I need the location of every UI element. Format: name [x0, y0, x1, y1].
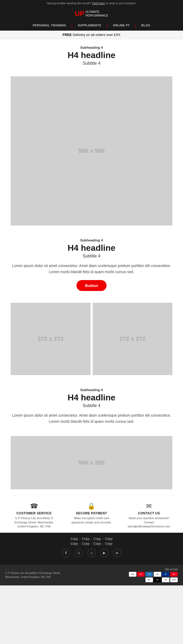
- footer-icon-0-text: U P Fitness Ltd, Acresfield, 8 Exchange …: [10, 516, 58, 528]
- section3-image: 560 x 200: [11, 436, 172, 489]
- lock-icon: 🔒: [67, 502, 115, 510]
- nav-personal-training[interactable]: PERSONAL TRAINING: [33, 24, 66, 28]
- nav-blog[interactable]: BLOG: [141, 24, 150, 28]
- section2-img1: 272 x 272: [11, 303, 91, 375]
- payment-ae: AE: [145, 572, 153, 577]
- free-label: FREE: [63, 33, 72, 37]
- payment-mc1: MC: [137, 572, 145, 577]
- facebook-icon[interactable]: f: [62, 549, 70, 557]
- bottom-bar: U P Fitness Ltd, Acresfield, 8 Exchange …: [0, 565, 183, 585]
- footer-icon-1: 🔒 SECURE PAYMENT Make encrypted credit c…: [67, 502, 115, 528]
- logo: UP ULTIMATEPERFORMANCE: [75, 10, 108, 18]
- we-accept-label: We accept: [124, 568, 178, 571]
- footer-links-row-2: Copy | Copy | Copy | Copy: [5, 542, 178, 545]
- section1-image: 560 x 560: [11, 76, 172, 225]
- section-2: Subheading 4 H4 headline Subtitle 4 Lore…: [0, 232, 183, 303]
- mail-icon: ✉: [125, 502, 173, 510]
- section3-image-container: 560 x 200: [0, 436, 183, 496]
- section2-body: Lorem ipsum dolor sit amet consectetur. …: [11, 263, 172, 275]
- section1-headline: H4 headline: [11, 51, 172, 60]
- section2-button[interactable]: Button: [76, 280, 106, 291]
- payment-visa2: VISA: [170, 577, 178, 582]
- linkedin-icon[interactable]: in: [113, 549, 121, 557]
- footer-link-2-4[interactable]: Copy: [105, 542, 112, 545]
- footer-link-2-3[interactable]: Copy: [93, 542, 101, 545]
- footer-icon-1-text: Make encrypted credit card payments simp…: [67, 516, 115, 524]
- payment-pp: PP: [162, 572, 169, 577]
- header: UP ULTIMATEPERFORMANCE: [0, 6, 183, 21]
- footer-link-1-4[interactable]: Copy: [105, 537, 112, 541]
- phone-icon: ☎: [10, 502, 58, 510]
- footer-link-2-1[interactable]: Copy: [71, 542, 78, 545]
- twitter-icon[interactable]: 𝕏: [75, 549, 83, 557]
- social-icons: f 𝕏 ◻ ▶ in: [5, 549, 178, 557]
- footer-icon-2-title: CONTACT US: [125, 511, 173, 515]
- section3-body: Lorem ipsum dolor sit amet consectetur. …: [11, 412, 172, 424]
- section1-subheading: Subheading 4: [11, 46, 172, 50]
- payment-mc3: MC: [145, 577, 153, 582]
- payment-ap: AP: [154, 577, 161, 582]
- topbar-suffix: to view in your browser.: [106, 2, 136, 5]
- footer-icon-2: ✉ CONTACT US Need your question answered…: [125, 502, 173, 528]
- footer-link-1-3[interactable]: Copy: [93, 537, 101, 541]
- free-text: Delivery on all orders over £XX: [72, 33, 120, 37]
- payment-dc: DC: [154, 572, 161, 577]
- footer-icon-1-title: SECURE PAYMENT: [67, 511, 115, 515]
- footer-links-row-1: Copy | Copy | Copy | Copy: [5, 537, 178, 541]
- nav-sep2: |: [107, 24, 108, 28]
- nav: PERSONAL TRAINING | SUPPLEMENTS | ONLINE…: [0, 21, 183, 31]
- section3-subtitle: Subtitle 4: [11, 403, 172, 408]
- footer-icon-0-title: CUSTOMER SERVICE: [10, 511, 58, 515]
- free-delivery-bar: FREE Delivery on all orders over £XX: [0, 31, 183, 39]
- section3-subheading: Subheading 4: [11, 388, 172, 392]
- section2-subtitle: Subtitle 4: [11, 254, 172, 259]
- section2-img1-container: 272 x 272: [11, 303, 91, 375]
- footer-link-1-1[interactable]: Copy: [71, 537, 78, 541]
- section2-subheading: Subheading 4: [11, 238, 172, 242]
- payment-area: We accept VISA MC AE DC PP MC MC AP: [124, 568, 178, 582]
- nav-sep1: |: [71, 24, 72, 28]
- topbar-message: Having trouble viewing this email?: [47, 2, 91, 5]
- nav-sep3: |: [135, 24, 136, 28]
- nav-supplements[interactable]: SUPPLEMENTS: [78, 24, 101, 28]
- top-bar: Having trouble viewing this email? Click…: [0, 0, 183, 6]
- footer-icon-0: ☎ CUSTOMER SERVICE U P Fitness Ltd, Acre…: [10, 502, 58, 528]
- logo-up: UP: [75, 10, 84, 18]
- section-3: Subheading 4 H4 headline Subtitle 4 Lore…: [0, 382, 183, 436]
- footer-icons-row: ☎ CUSTOMER SERVICE U P Fitness Ltd, Acre…: [0, 496, 183, 533]
- section1-image-container: 560 x 560: [0, 76, 183, 232]
- bottom-address: U P Fitness Ltd, Acresfield, 8 Exchange …: [5, 571, 64, 579]
- section1-subtitle: Subtitle 4: [11, 61, 172, 66]
- section2-img2: 272 x 272: [93, 303, 173, 375]
- footer-link-2-2[interactable]: Copy: [82, 542, 90, 545]
- payment-icons: VISA MC AE DC PP MC MC AP GP: [124, 572, 178, 582]
- section-1: Subheading 4 H4 headline Subtitle 4: [0, 39, 183, 76]
- footer-link-1-2[interactable]: Copy: [82, 537, 90, 541]
- nav-online-pt[interactable]: ONLINE PT: [113, 24, 130, 28]
- dark-footer: Copy | Copy | Copy | Copy Copy | Copy | …: [0, 533, 183, 565]
- section2-headline: H4 headline: [11, 243, 172, 253]
- youtube-icon[interactable]: ▶: [100, 549, 109, 557]
- section2-images: 272 x 272 272 x 272: [0, 303, 183, 382]
- logo-ultimate: ULTIMATEPERFORMANCE: [86, 10, 108, 17]
- payment-mc2: MC: [170, 572, 178, 577]
- payment-gp: GP: [162, 577, 169, 582]
- topbar-link[interactable]: Click here: [92, 2, 105, 5]
- footer-icon-2-text: Need your question answered? Contact sto…: [125, 516, 173, 528]
- section2-img2-container: 272 x 272: [93, 303, 173, 375]
- instagram-icon[interactable]: ◻: [87, 549, 96, 557]
- payment-visa: VISA: [129, 572, 136, 577]
- section3-headline: H4 headline: [11, 393, 172, 402]
